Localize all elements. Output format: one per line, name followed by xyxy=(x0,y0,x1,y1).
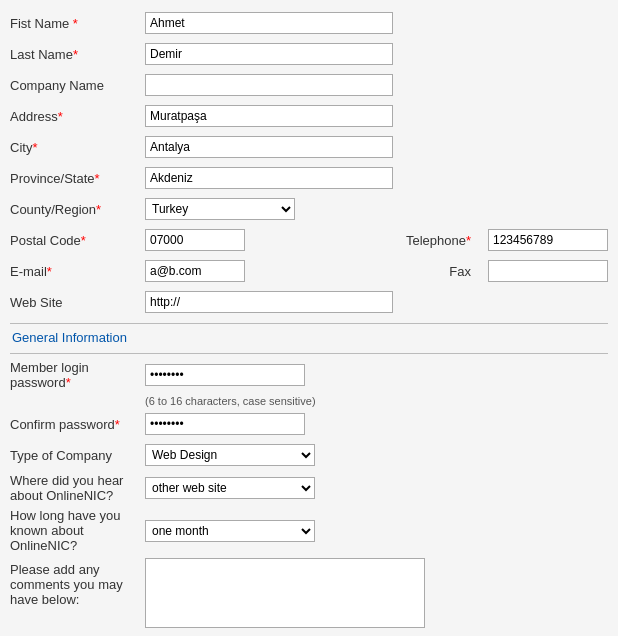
comments-textarea[interactable] xyxy=(145,558,425,628)
company-name-row: Company Name xyxy=(10,72,608,98)
website-row: Web Site xyxy=(10,289,608,315)
hear-label: Where did you hear about OnlineNIC? xyxy=(10,473,145,503)
address-row: Address* xyxy=(10,103,608,129)
comments-row: Please add any comments you may have bel… xyxy=(10,558,608,628)
postal-label: Postal Code* xyxy=(10,233,145,248)
company-type-row: Type of Company Web Design Other xyxy=(10,442,608,468)
country-label: County/Region* xyxy=(10,202,145,217)
form-container: Fist Name * Last Name* Company Name Addr… xyxy=(0,0,618,636)
telephone-group: Telephone* xyxy=(406,229,608,251)
hear-row: Where did you hear about OnlineNIC? othe… xyxy=(10,473,608,503)
country-row: County/Region* Turkey USA UK xyxy=(10,196,608,222)
city-label: City* xyxy=(10,140,145,155)
last-name-input[interactable] xyxy=(145,43,393,65)
website-label: Web Site xyxy=(10,295,145,310)
duration-label: How long have you known about OnlineNIC? xyxy=(10,508,145,553)
last-name-label: Last Name* xyxy=(10,47,145,62)
last-name-row: Last Name* xyxy=(10,41,608,67)
company-type-label: Type of Company xyxy=(10,448,145,463)
password-hint: (6 to 16 characters, case sensitive) xyxy=(145,395,608,407)
province-row: Province/State* xyxy=(10,165,608,191)
company-type-select[interactable]: Web Design Other xyxy=(145,444,315,466)
fax-label: Fax xyxy=(449,264,476,279)
password-input[interactable] xyxy=(145,364,305,386)
first-name-input[interactable] xyxy=(145,12,393,34)
province-input[interactable] xyxy=(145,167,393,189)
telephone-label: Telephone* xyxy=(406,233,476,248)
company-name-label: Company Name xyxy=(10,78,145,93)
first-name-label: Fist Name * xyxy=(10,16,145,31)
hear-select[interactable]: other web site Search Engine Friend xyxy=(145,477,315,499)
comments-label: Please add any comments you may have bel… xyxy=(10,558,145,607)
fax-input[interactable] xyxy=(488,260,608,282)
duration-select[interactable]: one month one week one year xyxy=(145,520,315,542)
website-input[interactable] xyxy=(145,291,393,313)
divider-1 xyxy=(10,323,608,324)
company-name-input[interactable] xyxy=(145,74,393,96)
duration-row: How long have you known about OnlineNIC?… xyxy=(10,508,608,553)
password-row: Member login password* xyxy=(10,360,608,390)
section-title: General Information xyxy=(10,330,608,345)
country-select[interactable]: Turkey USA UK xyxy=(145,198,295,220)
postal-telephone-row: Postal Code* Telephone* xyxy=(10,227,608,253)
city-row: City* xyxy=(10,134,608,160)
first-name-row: Fist Name * xyxy=(10,10,608,36)
password-label: Member login password* xyxy=(10,360,145,390)
email-label: E-mail* xyxy=(10,264,145,279)
telephone-input[interactable] xyxy=(488,229,608,251)
address-label: Address* xyxy=(10,109,145,124)
city-input[interactable] xyxy=(145,136,393,158)
address-input[interactable] xyxy=(145,105,393,127)
email-fax-row: E-mail* Fax xyxy=(10,258,608,284)
divider-2 xyxy=(10,353,608,354)
confirm-password-label: Confirm password* xyxy=(10,417,145,432)
postal-input[interactable] xyxy=(145,229,245,251)
confirm-password-row: Confirm password* xyxy=(10,411,608,437)
confirm-password-input[interactable] xyxy=(145,413,305,435)
email-input[interactable] xyxy=(145,260,245,282)
province-label: Province/State* xyxy=(10,171,145,186)
fax-group: Fax xyxy=(449,260,608,282)
